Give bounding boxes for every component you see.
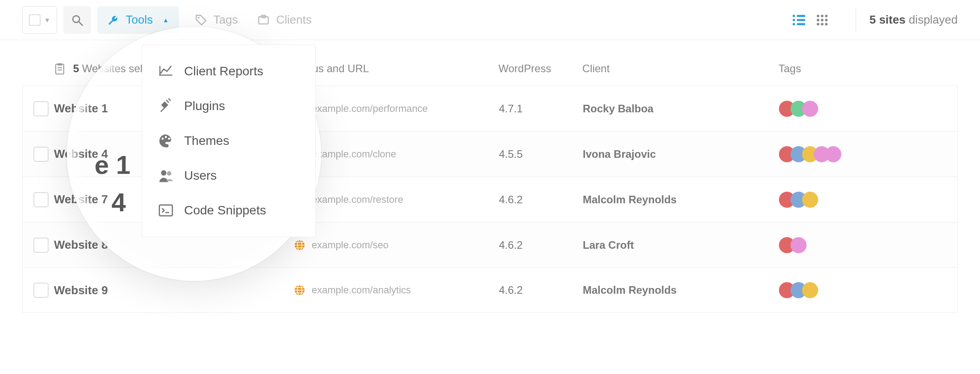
site-url: example.com/performance — [312, 103, 428, 115]
tools-menu-item[interactable]: Plugins — [142, 89, 315, 123]
tools-button[interactable]: Tools ▲ — [97, 6, 179, 34]
search-icon — [71, 14, 83, 26]
client-name: Malcolm Reynolds — [583, 193, 677, 205]
toolbar: ▼ Tools ▲ Tags Clients 5 sites displayed — [0, 0, 980, 40]
sel-count: 5 — [73, 62, 79, 74]
tools-menu-item[interactable]: Client Reports — [142, 54, 315, 89]
row-checkbox[interactable] — [33, 192, 49, 207]
client-name: Lara Croft — [583, 239, 634, 251]
menu-item-label: Code Snippets — [184, 203, 266, 218]
site-url: example.com/clone — [312, 148, 396, 160]
terminal-icon — [158, 203, 173, 218]
site-url: example.com/seo — [312, 239, 388, 251]
wordpress-version: 4.6.2 — [499, 193, 523, 205]
sites-count: 5 sites — [869, 13, 906, 26]
header-status: Status and URL — [293, 62, 498, 75]
row-checkbox[interactable] — [33, 238, 49, 253]
site-name: Website 8 — [54, 238, 108, 252]
tools-dropdown: Client Reports Plugins Themes Users Code… — [142, 45, 316, 237]
tag-dots — [779, 237, 953, 253]
grid-view-button[interactable] — [815, 13, 829, 27]
tag-dots — [779, 192, 953, 208]
site-name: Website 7 — [54, 193, 108, 206]
site-url: example.com/analytics — [312, 284, 411, 296]
tag-dot — [802, 282, 818, 298]
view-toggle — [791, 13, 829, 27]
menu-item-label: Client Reports — [184, 64, 263, 78]
tag-dot — [802, 101, 818, 117]
wordpress-version: 4.6.2 — [499, 239, 523, 251]
tag-dot — [825, 146, 841, 162]
sites-displayed-label: 5 sites displayed — [869, 13, 958, 27]
tag-icon — [195, 14, 207, 26]
tools-menu-item[interactable]: Themes — [142, 123, 315, 158]
toolbar-divider — [856, 8, 856, 32]
caret-down-icon: ▼ — [44, 16, 50, 24]
sites-suffix: displayed — [906, 13, 958, 26]
clients-button[interactable]: Clients — [247, 6, 321, 34]
header-client: Client — [582, 62, 778, 75]
palette-icon — [158, 133, 173, 148]
zoom-callout-4: 4 — [111, 187, 126, 217]
row-checkbox[interactable] — [33, 283, 49, 298]
menu-item-label: Plugins — [184, 99, 225, 113]
list-view-button[interactable] — [791, 13, 807, 27]
site-url: example.com/restore — [312, 194, 403, 205]
globe-icon — [294, 239, 305, 251]
briefcase-icon — [257, 14, 270, 26]
zoom-callout-1: e 1 — [95, 150, 131, 180]
caret-up-icon: ▲ — [163, 16, 169, 24]
menu-item-label: Themes — [184, 134, 229, 148]
chart-icon — [158, 64, 173, 79]
row-checkbox[interactable] — [33, 147, 49, 162]
plug-icon — [158, 99, 173, 114]
tag-dots — [779, 101, 953, 117]
row-checkbox[interactable] — [33, 101, 49, 116]
tag-dots — [779, 146, 953, 162]
tools-label: Tools — [126, 13, 153, 27]
clipboard-icon — [54, 62, 66, 75]
header-wordpress: WordPress — [498, 62, 582, 75]
wordpress-version: 4.5.5 — [499, 148, 523, 160]
table-row[interactable]: Website 9 example.com/analytics 4.6.2 Ma… — [22, 267, 958, 313]
tools-menu-item[interactable]: Users — [142, 158, 315, 193]
client-name: Ivona Brajovic — [583, 148, 656, 160]
tag-dots — [779, 282, 953, 298]
clients-label: Clients — [276, 13, 311, 27]
tags-label: Tags — [214, 13, 238, 27]
tag-dot — [802, 192, 818, 208]
site-name: Website 9 — [54, 284, 108, 297]
tools-menu-item[interactable]: Code Snippets — [142, 193, 315, 228]
wordpress-version: 4.7.1 — [499, 103, 523, 115]
client-name: Malcolm Reynolds — [583, 284, 677, 296]
search-button[interactable] — [63, 6, 91, 34]
users-icon — [158, 168, 173, 183]
select-all-toggle[interactable]: ▼ — [22, 6, 57, 34]
menu-item-label: Users — [184, 169, 217, 183]
wrench-icon — [107, 14, 119, 26]
header-tags: Tags — [778, 62, 953, 75]
globe-icon — [294, 284, 305, 296]
tag-dot — [791, 237, 807, 253]
checkbox-icon — [29, 14, 41, 26]
client-name: Rocky Balboa — [583, 103, 654, 115]
site-name: Website 1 — [54, 102, 108, 115]
wordpress-version: 4.6.2 — [499, 284, 523, 296]
tags-button[interactable]: Tags — [185, 6, 248, 34]
